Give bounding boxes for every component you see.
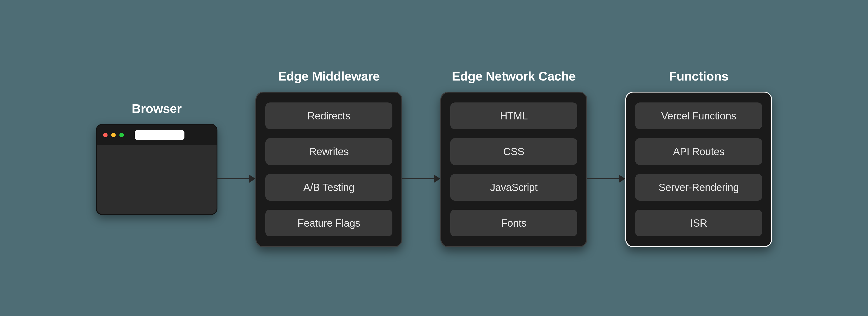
stage-column-edge-network-cache: Edge Network Cache HTML CSS JavaScript F… [440,69,587,247]
stage-item: Rewrites [266,138,393,165]
stage-item: CSS [450,138,577,165]
stage-item: HTML [450,103,577,129]
stage-column-functions: Functions Vercel Functions API Routes Se… [625,69,772,247]
stage-card-edge-middleware: Redirects Rewrites A/B Testing Feature F… [255,92,402,247]
browser-tab [135,130,184,140]
stage-item: Feature Flags [266,210,393,236]
stage-heading: Edge Middleware [278,69,380,83]
minimize-icon [111,133,116,137]
browser-window [96,124,217,215]
browser-heading: Browser [132,101,182,116]
browser-column: Browser [96,101,217,215]
stage-column-edge-middleware: Edge Middleware Redirects Rewrites A/B T… [255,69,402,247]
arrow-slot [217,123,255,214]
stage-item: Vercel Functions [635,103,762,129]
browser-titlebar [97,125,217,145]
traffic-lights [103,133,124,137]
close-icon [103,133,107,137]
arrow-right-icon [217,175,255,183]
diagram-row: Browser Edge Middleware [96,66,772,250]
arrow-right-icon [402,175,440,183]
architecture-diagram: Browser Edge Middleware [0,0,868,316]
stage-heading: Edge Network Cache [452,69,576,83]
stage-card-edge-network-cache: HTML CSS JavaScript Fonts [440,92,587,247]
arrow-slot [587,87,625,250]
stage-item: JavaScript [450,174,577,201]
maximize-icon [119,133,124,137]
stage-card-functions: Vercel Functions API Routes Server-Rende… [625,92,772,247]
stage-item: Fonts [450,210,577,236]
stage-item: Redirects [266,103,393,129]
stage-item: Server-Rendering [635,174,762,201]
arrow-right-icon [587,175,625,183]
stage-item: ISR [635,210,762,236]
stage-item: A/B Testing [266,174,393,201]
stage-heading: Functions [669,69,728,83]
arrow-slot [402,87,440,250]
stage-item: API Routes [635,138,762,165]
